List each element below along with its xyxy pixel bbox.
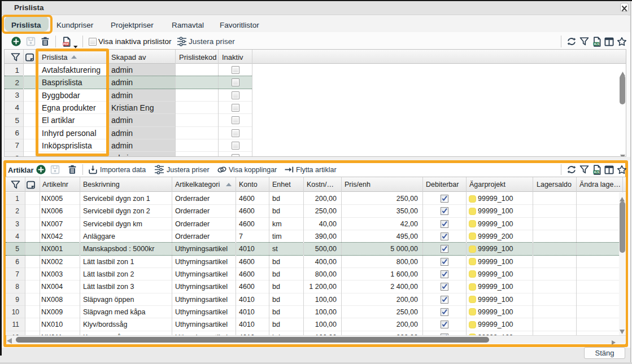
svg-text:PDF: PDF <box>63 42 69 46</box>
svg-text:XLS: XLS <box>594 170 599 174</box>
svg-text:XLS: XLS <box>594 42 599 46</box>
